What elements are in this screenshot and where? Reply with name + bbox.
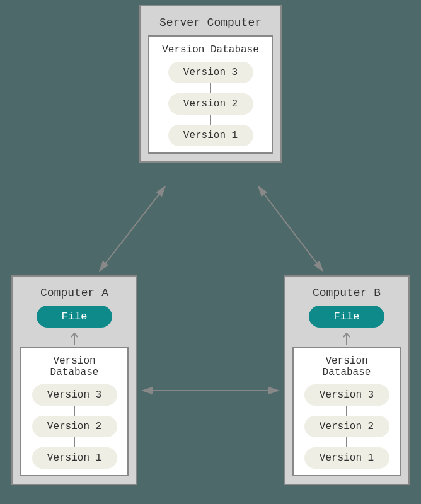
computer-a-box: Computer A File Version Database Version…: [11, 275, 137, 485]
server-version-database: Version Database Version 3 Version 2 Ver…: [148, 35, 273, 154]
computer-b-title: Computer B: [292, 283, 401, 306]
svg-line-1: [258, 186, 323, 271]
version-pill: Version 3: [32, 384, 117, 406]
computer-b-box: Computer B File Version Database Version…: [284, 275, 410, 485]
version-pill: Version 3: [168, 62, 253, 83]
version-connector: [74, 406, 75, 416]
version-pill: Version 1: [168, 125, 253, 146]
computer-a-version-database: Version Database Version 3 Version 2 Ver…: [20, 346, 129, 476]
file-db-arrow: [292, 333, 401, 346]
version-pill: Version 2: [32, 416, 117, 437]
version-connector: [74, 437, 75, 447]
version-pill: Version 2: [304, 416, 389, 437]
version-pill: Version 1: [304, 447, 389, 469]
version-connector: [210, 83, 211, 93]
file-pill: File: [309, 306, 384, 328]
version-pill: Version 2: [168, 93, 253, 115]
version-connector: [346, 437, 347, 447]
computer-b-db-title: Version Database: [299, 354, 395, 384]
file-pill: File: [37, 306, 112, 328]
server-db-title: Version Database: [154, 43, 267, 62]
version-connector: [210, 115, 211, 125]
server-computer-box: Server Computer Version Database Version…: [139, 5, 282, 163]
svg-line-0: [100, 186, 165, 271]
server-title: Server Computer: [148, 13, 273, 35]
file-db-arrow: [20, 333, 129, 346]
version-pill: Version 3: [304, 384, 389, 406]
version-pill: Version 1: [32, 447, 117, 469]
computer-b-version-database: Version Database Version 3 Version 2 Ver…: [292, 346, 401, 476]
computer-a-title: Computer A: [20, 283, 129, 306]
version-connector: [346, 406, 347, 416]
computer-a-db-title: Version Database: [26, 354, 122, 384]
